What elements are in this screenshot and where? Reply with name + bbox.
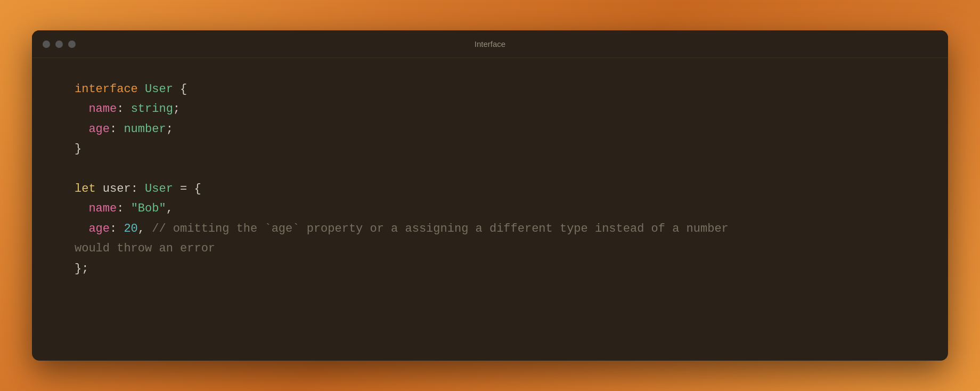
maximize-button[interactable] <box>68 40 76 48</box>
would-throw-text: would throw an error <box>75 242 215 255</box>
semicolon: ; <box>166 123 173 136</box>
indent <box>75 102 88 116</box>
colon: : <box>110 123 124 136</box>
punct <box>138 83 145 96</box>
code-line-5: let user: User = { <box>75 179 905 199</box>
type-number: number <box>124 123 166 136</box>
code-line-1: interface User { <box>75 79 905 99</box>
prop-name: name <box>88 102 117 116</box>
comma: , <box>138 222 152 235</box>
colon: : <box>131 182 145 196</box>
code-line-7: age: 20, // omitting the `age` property … <box>75 219 905 239</box>
titlebar: Interface <box>32 30 948 58</box>
code-line-2: name: string; <box>75 99 905 119</box>
semicolon: ; <box>173 102 180 116</box>
empty-line-1 <box>75 159 905 179</box>
minimize-button[interactable] <box>55 40 63 48</box>
type-user-ref: User <box>145 182 173 196</box>
keyword-let: let <box>75 182 96 196</box>
code-line-4: } <box>75 139 905 159</box>
code-line-3: age: number; <box>75 119 905 139</box>
keyword-interface: interface <box>75 83 138 96</box>
close-button[interactable] <box>43 40 50 48</box>
indent <box>75 202 88 215</box>
value-20: 20 <box>124 222 137 235</box>
colon: : <box>110 222 124 235</box>
prop-name-val: name <box>88 202 117 215</box>
code-line-9: }; <box>75 259 905 279</box>
space <box>96 182 103 196</box>
code-line-6: name: "Bob", <box>75 199 905 218</box>
prop-age: age <box>88 123 110 136</box>
code-window: Interface interface User { name: string;… <box>32 30 948 361</box>
close-brace-semi: }; <box>75 262 88 275</box>
comma: , <box>166 202 173 215</box>
comment-text: // omitting the `age` property or a assi… <box>152 222 729 235</box>
close-brace: } <box>75 142 81 156</box>
type-user: User <box>145 83 173 96</box>
value-bob: "Bob" <box>131 202 166 215</box>
type-string: string <box>131 102 173 116</box>
indent <box>75 222 88 235</box>
indent <box>75 123 88 136</box>
equals: = { <box>173 182 201 196</box>
colon: : <box>117 102 130 116</box>
code-line-8: would throw an error <box>75 239 905 258</box>
colon: : <box>117 202 130 215</box>
code-editor: interface User { name: string; age: numb… <box>32 58 948 300</box>
prop-age-val: age <box>88 222 110 235</box>
traffic-lights <box>43 40 76 48</box>
var-user: user <box>103 182 131 196</box>
window-title: Interface <box>475 39 505 48</box>
punct: { <box>173 83 187 96</box>
